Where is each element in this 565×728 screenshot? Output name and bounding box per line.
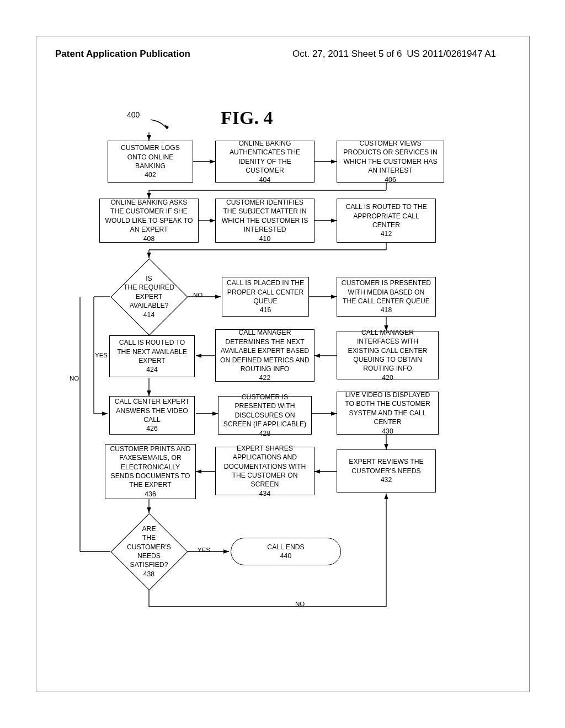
box-402: CUSTOMER LOGS ONTO ONLINE BANKING402 [108, 141, 193, 183]
label-yes-414: YES [95, 352, 108, 358]
box-416: CALL IS PLACED IN THE PROPER CALL CENTER… [222, 277, 309, 317]
header-left: Patent Application Publication [55, 49, 190, 60]
box-428: CUSTOMER IS PRESENTED WITH DISCLOSURES O… [218, 396, 312, 435]
flowchart-diagram: CUSTOMER LOGS ONTO ONLINE BANKING402 ONL… [77, 132, 491, 645]
decision-414: ISTHE REQUIREDEXPERTAVAILABLE?414 [110, 258, 188, 335]
box-434: EXPERT SHARES APPLICATIONS AND DOCUMENTA… [215, 447, 315, 495]
label-no-438: NO [295, 601, 305, 607]
label-no-left: NO [70, 375, 79, 382]
figure-title: FIG. 4 [221, 108, 273, 129]
decision-438: ARETHECUSTOMER'SNEEDSSATISFIED?438 [110, 513, 188, 590]
box-436: CUSTOMER PRINTS AND FAXES/EMAILS, OR ELE… [105, 444, 196, 499]
figure-ref-400: 400 [127, 110, 140, 119]
box-420: CALL MANAGER INTERFACES WITH EXISTING CA… [337, 331, 439, 379]
terminator-440: CALL ENDS440 [231, 538, 341, 565]
label-yes-438: YES [198, 547, 210, 553]
box-422: CALL MANAGER DETERMINES THE NEXT AVAILAB… [215, 329, 315, 382]
box-432: EXPERT REVIEWS THE CUSTOMER'S NEEDS432 [337, 449, 436, 493]
label-no-414: NO [193, 292, 202, 298]
patent-page: Patent Application Publication Oct. 27, … [0, 0, 565, 728]
header-right: US 2011/0261947 A1 [407, 49, 496, 60]
box-424: CALL IS ROUTED TO THE NEXT AVAILABLE EXP… [109, 335, 195, 377]
box-408: ONLINE BANKING ASKS THE CUSTOMER IF SHE … [99, 199, 199, 243]
box-412: CALL IS ROUTED TO THE APPROPRIATE CALL C… [337, 199, 436, 243]
ref-arrow-icon [148, 117, 170, 133]
box-418: CUSTOMER IS PRESENTED WITH MEDIA BASED O… [337, 277, 436, 317]
header-mid: Oct. 27, 2011 Sheet 5 of 6 [292, 49, 402, 60]
box-430: LIVE VIDEO IS DISPLAYED TO BOTH THE CUST… [337, 392, 439, 435]
page-header: Patent Application Publication Oct. 27, … [55, 49, 532, 60]
box-426: CALL CENTER EXPERT ANSWERS THE VIDEO CAL… [109, 396, 195, 435]
box-406: CUSTOMER VIEWS PRODUCTS OR SERVICES IN W… [337, 141, 444, 183]
box-410: CUSTOMER IDENTIFIES THE SUBJECT MATTER I… [215, 199, 315, 243]
box-404: ONLINE BAKING AUTHENTICATES THE IDENITY … [215, 141, 315, 183]
